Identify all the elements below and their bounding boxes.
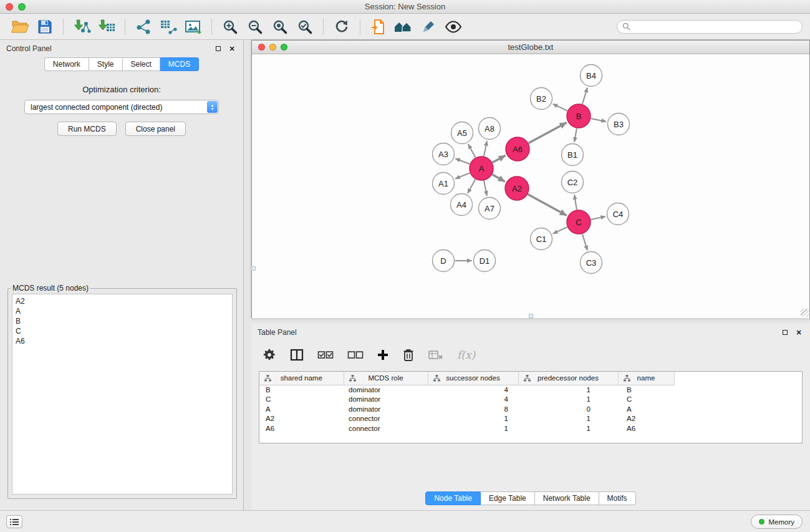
node-A3[interactable]: A3	[433, 143, 455, 165]
table-settings-button[interactable]	[263, 346, 276, 364]
column-header-name[interactable]: name	[618, 372, 674, 385]
mcds-result-list[interactable]: A2ABCA6	[12, 294, 233, 495]
table-row[interactable]: Adominator80A	[259, 404, 674, 414]
node-B2[interactable]: B2	[531, 88, 552, 110]
zoom-selected-button[interactable]	[292, 16, 317, 37]
edge-C-C3[interactable]	[582, 234, 587, 250]
table-row[interactable]: A6connector11A6	[259, 423, 674, 433]
edge-A-A7[interactable]	[484, 181, 487, 196]
edge-A6-B[interactable]	[529, 122, 567, 143]
node-C3[interactable]: C3	[581, 252, 602, 274]
edge-A-A6[interactable]	[493, 155, 506, 162]
edge-A-A8[interactable]	[484, 141, 487, 156]
criterion-dropdown[interactable]: largest connected component (directed) ▲…	[24, 100, 219, 114]
float-panel-button[interactable]	[213, 44, 223, 54]
zoom-out-button[interactable]	[243, 16, 268, 37]
node-A7[interactable]: A7	[479, 198, 501, 220]
tab-node-table[interactable]: Node Table	[425, 491, 481, 505]
frame-handle[interactable]	[529, 314, 533, 318]
close-window-button[interactable]	[6, 3, 13, 11]
edge-B-B2[interactable]	[553, 104, 567, 111]
edge-A-A4[interactable]	[468, 180, 475, 194]
zoom-fit-button[interactable]	[268, 16, 292, 37]
tab-style[interactable]: Style	[89, 57, 123, 71]
column-header-successor-nodes[interactable]: successor nodes	[428, 372, 518, 385]
mcds-result-item[interactable]: A6	[16, 336, 229, 346]
import-table-button[interactable]	[94, 16, 119, 37]
edge-B-B4[interactable]	[582, 88, 587, 104]
open-session-button[interactable]	[7, 16, 32, 37]
tab-motifs[interactable]: Motifs	[599, 491, 636, 505]
function-builder-button[interactable]: f(x)	[457, 349, 475, 361]
node-C1[interactable]: C1	[531, 228, 552, 250]
export-image-button[interactable]	[181, 16, 206, 37]
node-B3[interactable]: B3	[608, 114, 630, 135]
edge-A2-C[interactable]	[528, 195, 567, 216]
delete-table-button[interactable]	[428, 346, 443, 364]
memory-button[interactable]: Memory	[751, 515, 803, 529]
add-column-button[interactable]	[377, 346, 388, 364]
node-B1[interactable]: B1	[562, 144, 584, 166]
edge-A-A2[interactable]	[492, 175, 504, 181]
column-header-MCDS-role[interactable]: MCDS role	[344, 372, 428, 385]
import-network-button[interactable]	[69, 16, 94, 37]
delete-column-button[interactable]	[402, 346, 415, 364]
new-network-button[interactable]	[131, 16, 156, 37]
close-panel-button-2[interactable]: Close panel	[125, 122, 186, 136]
deselect-all-button[interactable]	[347, 346, 364, 364]
edge-B-B3[interactable]	[591, 118, 606, 122]
tab-edge-table[interactable]: Edge Table	[481, 491, 535, 505]
search-input[interactable]	[634, 22, 797, 31]
node-D[interactable]: D	[433, 250, 455, 272]
refresh-button[interactable]	[329, 16, 354, 37]
frame-handle[interactable]	[251, 266, 256, 271]
task-history-button[interactable]	[6, 515, 22, 528]
node-B[interactable]: B	[567, 104, 591, 128]
tab-select[interactable]: Select	[123, 57, 160, 71]
zoom-window-button[interactable]	[18, 3, 26, 11]
tab-network-table[interactable]: Network Table	[535, 491, 599, 505]
show-columns-button[interactable]	[290, 346, 304, 364]
mcds-result-item[interactable]: B	[16, 316, 229, 326]
network-window-titlebar[interactable]: testGlobe.txt	[252, 41, 809, 54]
zoom-network-button[interactable]	[281, 44, 287, 51]
node-C2[interactable]: C2	[562, 172, 584, 193]
mcds-result-item[interactable]: C	[16, 326, 229, 336]
edge-C-C1[interactable]	[553, 227, 567, 233]
node-A6[interactable]: A6	[506, 137, 529, 161]
node-C[interactable]: C	[567, 210, 591, 234]
mcds-result-item[interactable]: A2	[16, 296, 229, 306]
node-C4[interactable]: C4	[607, 203, 629, 225]
select-all-button[interactable]	[317, 346, 334, 364]
edge-A-A5[interactable]	[468, 144, 476, 157]
annotate-button[interactable]	[416, 16, 441, 37]
run-mcds-button[interactable]: Run MCDS	[57, 122, 117, 136]
tab-mcds[interactable]: MCDS	[160, 57, 199, 71]
node-A8[interactable]: A8	[479, 118, 501, 140]
network-canvas[interactable]: B4B2BB3A5A8A6B1A3AC2A1A2A4A7C4CC1C3DD1	[252, 54, 809, 318]
save-session-button[interactable]	[32, 16, 57, 37]
minimize-network-button[interactable]	[269, 44, 276, 51]
edge-C-C2[interactable]	[574, 195, 577, 210]
node-A[interactable]: A	[470, 157, 493, 180]
edge-A-A3[interactable]	[455, 158, 470, 164]
resize-grip[interactable]	[801, 309, 809, 317]
close-panel-button[interactable]: ✕	[227, 44, 237, 54]
edge-A-A1[interactable]	[455, 173, 470, 178]
column-header-shared-name[interactable]: shared name	[259, 372, 344, 385]
show-hide-button[interactable]	[441, 16, 466, 37]
edge-C-C4[interactable]	[591, 216, 605, 220]
column-header-predecessor-nodes[interactable]: predecessor nodes	[518, 372, 618, 385]
node-A4[interactable]: A4	[451, 194, 473, 216]
open-document-button[interactable]	[366, 16, 391, 37]
table-row[interactable]: Cdominator41C	[259, 395, 674, 405]
close-table-panel-button[interactable]: ✕	[794, 327, 804, 337]
table-row[interactable]: Bdominator41B	[259, 385, 674, 395]
node-B4[interactable]: B4	[581, 65, 602, 87]
tab-network[interactable]: Network	[44, 57, 89, 71]
float-table-panel-button[interactable]	[780, 327, 790, 337]
node-A5[interactable]: A5	[451, 122, 473, 144]
table-row[interactable]: A2connector11A2	[259, 414, 674, 424]
home-button[interactable]	[391, 16, 416, 37]
zoom-in-button[interactable]	[218, 16, 243, 37]
